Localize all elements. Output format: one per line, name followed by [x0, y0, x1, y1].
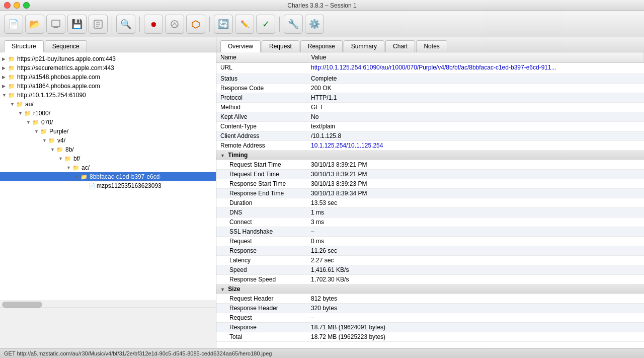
table-row[interactable]: DNS1 ms [216, 208, 644, 218]
table-row[interactable]: ▼ Timing [216, 151, 644, 160]
main-content: Structure Sequence ▶ 📁 https://p21-buy.i… [0, 37, 644, 348]
tree-container[interactable]: ▶ 📁 https://p21-buy.itunes.apple.com:443… [0, 52, 216, 301]
cell-value: 812 bytes [307, 294, 644, 304]
table-row[interactable]: URLhttp://10.1.125.254:61090/au/r1000/07… [216, 63, 644, 74]
close-button[interactable] [4, 2, 11, 9]
new-session-button[interactable]: 📄 [4, 15, 23, 34]
table-row[interactable]: Response End Time30/10/13 8:39:34 PM [216, 189, 644, 198]
tools-button[interactable]: 🔧 [284, 15, 303, 34]
expand-arrow: ▶ [2, 56, 8, 61]
table-row[interactable]: ▼ Size [216, 284, 644, 294]
list-item[interactable]: ▶ 📁 https://p21-buy.itunes.apple.com:443 [0, 54, 216, 63]
expand-arrow: ▶ [2, 75, 8, 80]
close-session-button[interactable] [46, 15, 65, 34]
table-row[interactable]: Request Header812 bytes [216, 294, 644, 304]
table-row[interactable]: Remote Address10.1.125.254/10.1.125.254 [216, 141, 644, 151]
table-row[interactable]: Response Header320 bytes [216, 304, 644, 313]
expand-arrow: ▼ [2, 93, 8, 98]
find-button[interactable]: 🔍 [116, 15, 135, 34]
minimize-button[interactable] [14, 2, 20, 9]
overview-table[interactable]: Name Value URLhttp://10.1.125.254:61090/… [216, 52, 644, 348]
table-row[interactable]: StatusComplete [216, 74, 644, 84]
list-item[interactable]: ▼ 📁 http://10.1.125.254:61090 [0, 91, 216, 100]
table-row[interactable]: ProtocolHTTP/1.1 [216, 93, 644, 103]
table-row[interactable]: Connect3 ms [216, 218, 644, 227]
maximize-button[interactable] [23, 2, 30, 9]
tab-sequence[interactable]: Sequence [45, 40, 87, 52]
list-item[interactable]: ▼ 📁 Purple/ [0, 127, 216, 136]
table-row[interactable]: Client Address/10.1.125.8 [216, 131, 644, 141]
settings-button[interactable]: ⚙️ [305, 15, 324, 34]
table-row[interactable]: Latency2.27 sec [216, 256, 644, 265]
table-row[interactable]: MethodGET [216, 103, 644, 112]
list-item[interactable]: 📄 mzps112535163623093 [0, 181, 216, 190]
tab-chart[interactable]: Chart [385, 40, 415, 52]
table-row[interactable]: Speed1,416.61 KB/s [216, 265, 644, 275]
list-item[interactable]: ▶ 📁 http://a1864.phobos.apple.com [0, 82, 216, 91]
cell-name: Request End Time [216, 170, 307, 179]
table-row[interactable]: Duration13.53 sec [216, 198, 644, 208]
list-item[interactable]: ▶ 📁 https://securemetrics.apple.com:443 [0, 63, 216, 73]
table-row[interactable]: Request Start Time30/10/13 8:39:21 PM [216, 160, 644, 170]
left-panel-tabs: Structure Sequence [0, 37, 216, 52]
table-row[interactable]: Request– [216, 313, 644, 323]
import-export-button[interactable] [89, 15, 108, 34]
cell-name: DNS [216, 208, 307, 218]
table-row[interactable]: Request0 ms [216, 237, 644, 246]
table-row[interactable]: SSL Handshake– [216, 227, 644, 237]
tree-label: 070/ [41, 119, 53, 126]
table-row[interactable]: Content-Typetext/plain [216, 122, 644, 131]
cell-value: 30/10/13 8:39:21 PM [307, 160, 644, 170]
list-item[interactable]: ▼ 📁 au/ [0, 100, 216, 109]
table-row[interactable]: Response Code200 OK [216, 84, 644, 93]
list-item[interactable]: ▼ 📁 8bbfacac-c1ed-b397-e6cd- [0, 172, 216, 181]
table-row[interactable]: Response18.71 MB (19624091 bytes) [216, 323, 644, 332]
table-row[interactable]: Kept AliveNo [216, 112, 644, 122]
table-row[interactable]: Response Start Time30/10/13 8:39:23 PM [216, 179, 644, 189]
breakpoints-button[interactable] [186, 15, 205, 34]
folder-icon: 📁 [8, 92, 16, 98]
section-toggle-icon[interactable]: ▼ [220, 287, 226, 292]
edit-repeat-button[interactable]: ✏️ [235, 15, 254, 34]
cell-name: Latency [216, 256, 307, 265]
preview-area [0, 308, 216, 348]
list-item[interactable]: ▶ 📁 http://a1548.phobos.apple.com [0, 73, 216, 82]
expand-arrow: ▼ [74, 174, 80, 179]
tab-response[interactable]: Response [300, 40, 343, 52]
record-button[interactable]: ⏺ [144, 15, 163, 34]
tab-summary[interactable]: Summary [344, 40, 384, 52]
table-row[interactable]: Request End Time30/10/13 8:39:21 PM [216, 170, 644, 179]
repeat-button[interactable]: 🔄 [214, 15, 233, 34]
list-item[interactable]: ▼ 📁 bf/ [0, 154, 216, 163]
tree-label: https://securemetrics.apple.com:443 [17, 64, 114, 71]
cell-value: 1 ms [307, 208, 644, 218]
tab-structure[interactable]: Structure [4, 40, 44, 52]
tree-label: https://p21-buy.itunes.apple.com:443 [17, 55, 116, 62]
list-item[interactable]: ▼ 📁 v4/ [0, 136, 216, 145]
tab-notes[interactable]: Notes [416, 40, 447, 52]
section-toggle-icon[interactable]: ▼ [220, 153, 226, 158]
table-row[interactable]: Response Speed1,702.30 KB/s [216, 275, 644, 284]
horizontal-scrollbar[interactable] [0, 301, 216, 308]
svg-point-6 [171, 21, 178, 28]
svg-rect-0 [52, 20, 60, 27]
cell-value: text/plain [307, 122, 644, 131]
tree-label: http://a1548.phobos.apple.com [17, 74, 100, 81]
list-item[interactable]: ▼ 📁 8b/ [0, 145, 216, 154]
open-button[interactable]: 📂 [25, 15, 44, 34]
save-button[interactable]: 💾 [67, 15, 87, 34]
throttle-button[interactable] [165, 15, 184, 34]
list-item[interactable]: ▼ 📁 ac/ [0, 163, 216, 172]
window-controls [4, 2, 30, 9]
list-item[interactable]: ▼ 📁 r1000/ [0, 109, 216, 118]
tab-overview[interactable]: Overview [220, 40, 261, 52]
tree-label: Purple/ [49, 128, 68, 135]
tab-request[interactable]: Request [262, 40, 299, 52]
tree-label: bf/ [73, 155, 80, 162]
table-row[interactable]: Total18.72 MB (19625223 bytes) [216, 332, 644, 342]
validate-button[interactable]: ✓ [256, 15, 275, 34]
cell-name: Kept Alive [216, 112, 307, 122]
table-row[interactable]: Response11.26 sec [216, 246, 644, 256]
list-item[interactable]: ▼ 📁 070/ [0, 118, 216, 127]
toolbar: 📄 📂 💾 🔍 ⏺ 🔄 ✏️ ✓ 🔧 ⚙️ [0, 11, 644, 37]
